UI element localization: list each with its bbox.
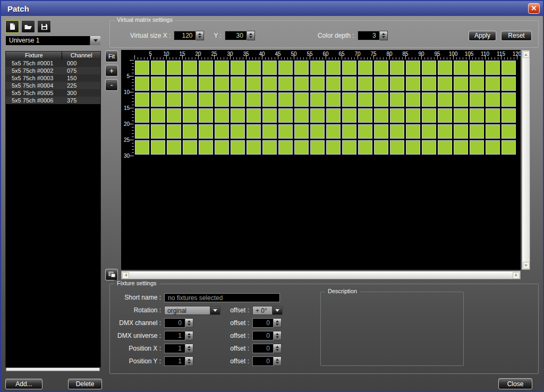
fixture-cell[interactable] (486, 140, 500, 155)
fixture-cell[interactable] (262, 140, 277, 155)
virtual-size-x-value[interactable]: 120 (174, 31, 196, 40)
position-x-value[interactable]: 1 (164, 344, 185, 353)
fixture-cell[interactable] (326, 61, 341, 75)
rotation-offset-select[interactable]: + 0° (252, 306, 283, 315)
fixture-cell[interactable] (406, 61, 420, 75)
fixture-cell[interactable] (390, 108, 404, 123)
fixture-cell[interactable] (390, 124, 404, 139)
fixture-cell[interactable] (278, 124, 293, 139)
fixture-cell[interactable] (215, 108, 229, 123)
universe-select[interactable]: Universe 1 (5, 36, 101, 46)
save-patch-button[interactable] (37, 20, 51, 33)
fixture-cell[interactable] (454, 92, 468, 107)
fixture-cell[interactable] (390, 61, 404, 75)
fixture-cell[interactable] (454, 108, 468, 123)
fixture-cell[interactable] (438, 108, 452, 123)
fixture-cell[interactable] (406, 124, 420, 139)
position-x-offset-spinner[interactable]: 0 (252, 344, 282, 353)
fixture-cell[interactable] (310, 140, 325, 155)
close-button[interactable]: Close (498, 378, 532, 389)
spinner-arrows-icon[interactable] (380, 31, 388, 40)
apply-button[interactable]: Apply (469, 31, 496, 41)
position-x-spinner[interactable]: 1 (164, 344, 193, 353)
fixture-cell[interactable] (406, 76, 420, 91)
fixture-cell[interactable] (438, 124, 452, 139)
matrix-grid[interactable] (134, 60, 517, 156)
fixture-cell[interactable] (406, 108, 420, 123)
fixture-cell[interactable] (183, 76, 197, 91)
fixture-cell[interactable] (358, 76, 372, 91)
fixture-cell[interactable] (310, 108, 325, 123)
dmx-channel-offset-value[interactable]: 0 (252, 318, 274, 328)
fixture-cell[interactable] (374, 92, 388, 107)
fixture-cell[interactable] (406, 140, 420, 155)
fixture-cell[interactable] (342, 124, 356, 139)
fixture-cell[interactable] (294, 61, 309, 75)
fixture-cell[interactable] (326, 124, 341, 139)
spinner-arrows-icon[interactable] (185, 331, 193, 340)
fixture-cell[interactable] (454, 140, 468, 155)
fixture-cell[interactable] (502, 76, 516, 91)
fixture-cell[interactable] (278, 92, 293, 107)
fixture-cell[interactable] (390, 76, 404, 91)
reset-button[interactable]: Reset (501, 31, 532, 41)
fixture-cell[interactable] (342, 61, 356, 75)
position-y-offset-value[interactable]: 0 (252, 356, 274, 366)
fixture-cell[interactable] (183, 108, 197, 123)
fixture-cell[interactable] (374, 140, 388, 155)
fixture-cell[interactable] (246, 140, 261, 155)
fixture-cell[interactable] (486, 61, 500, 75)
column-header-channel[interactable]: Channel (62, 52, 100, 59)
fixture-cell[interactable] (167, 61, 181, 75)
fixture-cell[interactable] (278, 108, 293, 123)
fixture-cell[interactable] (151, 108, 165, 123)
fixture-cell[interactable] (215, 76, 229, 91)
zoom-in-button[interactable]: + (105, 65, 118, 76)
spinner-arrows-icon[interactable] (185, 318, 193, 328)
fixture-cell[interactable] (231, 108, 245, 123)
dmx-universe-offset-spinner[interactable]: 0 (252, 331, 282, 340)
chevron-down-icon[interactable] (90, 36, 100, 45)
virtual-size-x-spinner[interactable]: 120 (174, 31, 204, 40)
fixture-cell[interactable] (167, 124, 181, 139)
color-depth-value[interactable]: 3 (358, 31, 380, 40)
fixture-cell[interactable] (470, 76, 484, 91)
fixture-cell[interactable] (135, 92, 149, 107)
fixture-cell[interactable] (438, 92, 452, 107)
fixture-cell[interactable] (215, 92, 229, 107)
fixture-cell[interactable] (294, 108, 309, 123)
fixture-cell[interactable] (374, 76, 388, 91)
fixture-cell[interactable] (167, 76, 181, 91)
fixture-cell[interactable] (246, 76, 261, 91)
dmx-channel-spinner[interactable]: 0 (164, 318, 193, 328)
fixture-cell[interactable] (199, 76, 213, 91)
fixture-cell[interactable] (470, 124, 484, 139)
fixture-cell[interactable] (454, 124, 468, 139)
fixture-cell[interactable] (262, 76, 277, 91)
matrix-hscrollbar[interactable] (121, 271, 521, 279)
fixture-cell[interactable] (310, 61, 325, 75)
position-x-offset-value[interactable]: 0 (252, 344, 274, 353)
fixture-cell[interactable] (231, 124, 245, 139)
fixture-cell[interactable] (215, 140, 229, 155)
color-depth-spinner[interactable]: 3 (358, 31, 388, 40)
table-row[interactable]: 5x5 75ch #0006375 (6, 97, 100, 104)
scroll-right-icon[interactable] (513, 272, 520, 279)
spinner-arrows-icon[interactable] (185, 344, 193, 353)
dmx-universe-offset-value[interactable]: 0 (252, 331, 274, 340)
fixture-cell[interactable] (294, 124, 309, 139)
fixture-cell[interactable] (135, 108, 149, 123)
add-button[interactable]: Add... (5, 379, 42, 389)
fixture-cell[interactable] (390, 92, 404, 107)
table-row[interactable]: 5x5 75ch #0003150 (6, 74, 100, 82)
fixture-cell[interactable] (278, 76, 293, 91)
fixture-cell[interactable] (342, 140, 356, 155)
fixture-cell[interactable] (422, 92, 436, 107)
fixture-cell[interactable] (199, 61, 213, 75)
fixture-cell[interactable] (358, 124, 372, 139)
fixture-cell[interactable] (183, 140, 197, 155)
fixture-cell[interactable] (342, 108, 356, 123)
fixture-cell[interactable] (294, 140, 309, 155)
fixture-cell[interactable] (454, 61, 468, 75)
fixture-cell[interactable] (199, 124, 213, 139)
